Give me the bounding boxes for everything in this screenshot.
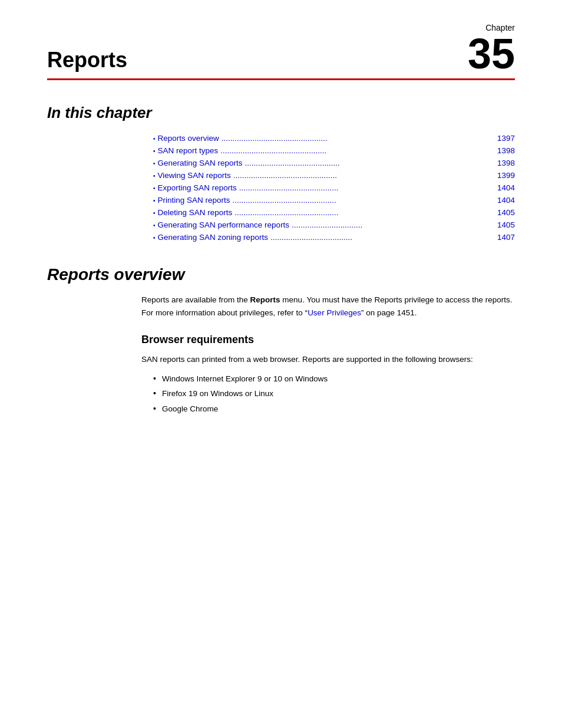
toc-item: •Deleting SAN reports ..................… (153, 208, 515, 217)
toc-bullet-icon: • (153, 222, 156, 229)
toc-dots: ........................................… (245, 159, 495, 167)
reports-overview-heading: Reports overview (47, 265, 515, 284)
browser-intro-text: SAN reports can printed from a web brows… (141, 353, 515, 366)
toc-dots: ........................................… (234, 208, 495, 217)
page: Reports Chapter 35 In this chapter •Repo… (0, 0, 562, 728)
toc-dots: ..................................... (270, 233, 495, 242)
toc-link[interactable]: Printing SAN reports (158, 196, 230, 205)
toc-link[interactable]: Generating SAN performance reports (158, 220, 290, 229)
toc-bullet-icon: • (153, 185, 156, 192)
toc-item: •SAN report types ......................… (153, 146, 515, 155)
toc-page-number: 1404 (497, 196, 515, 205)
toc-container: •Reports overview ......................… (153, 134, 515, 242)
overview-paragraph: Reports are available from the Reports m… (141, 294, 515, 319)
toc-item: •Reports overview ......................… (153, 134, 515, 143)
toc-page-number: 1405 (497, 220, 515, 229)
toc-page-number: 1398 (497, 146, 515, 155)
toc-bullet-icon: • (153, 160, 156, 167)
overview-bold: Reports (250, 295, 280, 304)
toc-link[interactable]: Viewing SAN reports (158, 171, 231, 180)
reports-overview-section: Reports overview Reports are available f… (47, 265, 515, 416)
toc-dots: ........................................… (233, 196, 495, 205)
toc-bullet-icon: • (153, 210, 156, 216)
overview-text-3: ” on page 1451. (361, 308, 417, 317)
toc-link[interactable]: Generating SAN reports (158, 159, 243, 167)
toc-page-number: 1404 (497, 183, 515, 192)
toc-item: •Generating SAN reports ................… (153, 159, 515, 167)
toc-dots: ........................................… (239, 183, 495, 192)
toc-page-number: 1407 (497, 233, 515, 242)
toc-page-number: 1405 (497, 208, 515, 217)
toc-dots: ........................................… (222, 134, 495, 143)
browser-requirements-subsection: Browser requirements SAN reports can pri… (141, 334, 515, 416)
browser-list-item: Google Chrome (153, 401, 515, 416)
toc-item: •Viewing SAN reports ...................… (153, 171, 515, 180)
toc-item: •Exporting SAN reports .................… (153, 183, 515, 192)
browser-list: Windows Internet Explorer 9 or 10 on Win… (153, 371, 515, 416)
chapter-label-area: Chapter 35 (468, 24, 515, 75)
toc-item: •Generating SAN performance reports ....… (153, 220, 515, 229)
browser-list-item: Firefox 19 on Windows or Linux (153, 386, 515, 401)
toc-bullet-icon: • (153, 173, 156, 179)
reports-overview-content: Reports are available from the Reports m… (141, 294, 515, 416)
toc-link[interactable]: Deleting SAN reports (158, 208, 233, 217)
toc-dots: ........................................… (220, 146, 495, 155)
toc-link[interactable]: Generating SAN zoning reports (158, 233, 269, 242)
browser-list-item: Windows Internet Explorer 9 or 10 on Win… (153, 371, 515, 386)
chapter-number: 35 (468, 32, 515, 75)
toc-link[interactable]: SAN report types (158, 146, 219, 155)
toc-dots: ................................ (292, 220, 495, 229)
toc-bullet-icon: • (153, 148, 156, 154)
toc-bullet-icon: • (153, 235, 156, 241)
in-this-chapter-heading: In this chapter (47, 104, 515, 122)
toc-page-number: 1398 (497, 159, 515, 167)
toc-item: •Generating SAN zoning reports .........… (153, 233, 515, 242)
red-rule (47, 78, 515, 80)
toc-bullet-icon: • (153, 136, 156, 142)
toc-bullet-icon: • (153, 197, 156, 204)
chapter-header: Reports Chapter 35 (47, 24, 515, 75)
toc-page-number: 1399 (497, 171, 515, 180)
page-title: Reports (47, 48, 127, 75)
in-this-chapter-section: In this chapter •Reports overview ......… (47, 104, 515, 242)
toc-dots: ........................................… (233, 171, 495, 180)
overview-text-1: Reports are available from the (141, 295, 250, 304)
toc-page-number: 1397 (497, 134, 515, 143)
toc-item: •Printing SAN reports ..................… (153, 196, 515, 205)
toc-link[interactable]: Exporting SAN reports (158, 183, 237, 192)
browser-requirements-heading: Browser requirements (141, 334, 515, 346)
user-privileges-link[interactable]: User Privileges (308, 308, 361, 317)
toc-link[interactable]: Reports overview (158, 134, 219, 143)
